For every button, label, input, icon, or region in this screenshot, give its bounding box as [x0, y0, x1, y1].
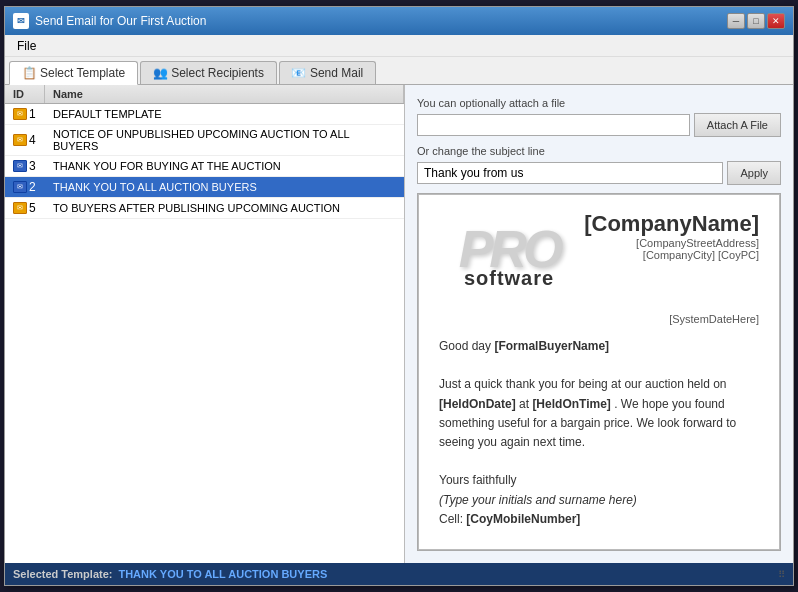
table-row[interactable]: ✉ 5 TO BUYERS AFTER PUBLISHING UPCOMING …	[5, 198, 404, 219]
logo-software-text: software	[464, 267, 554, 290]
column-header-name: Name	[45, 85, 404, 103]
tab-bar: 📋 Select Template 👥 Select Recipients 📧 …	[5, 57, 793, 85]
greeting-text: Good day	[439, 339, 491, 353]
row-id-2: ✉ 2	[5, 177, 45, 197]
subject-label: Or change the subject line	[417, 145, 781, 157]
table-row[interactable]: ✉ 4 NOTICE OF UNPUBLISHED UPCOMING AUCTI…	[5, 125, 404, 156]
closing2: (Type your initials and surname here)	[439, 491, 759, 510]
attach-section: You can optionally attach a file Attach …	[417, 97, 781, 137]
row-id-5: ✉ 5	[5, 198, 45, 218]
menu-bar: File	[5, 35, 793, 57]
subject-input-row: Apply	[417, 161, 781, 185]
subject-input[interactable]	[417, 162, 723, 184]
row-name-2: THANK YOU TO ALL AUCTION BUYERS	[45, 178, 404, 196]
preview-area: PRO software [CompanyName] [CompanyStree…	[418, 194, 780, 550]
main-window: ✉ Send Email for Our First Auction ─ □ ✕…	[4, 6, 794, 586]
right-panel: You can optionally attach a file Attach …	[405, 85, 793, 563]
row-name-3: THANK YOU FOR BUYING AT THE AUCTION	[45, 157, 404, 175]
status-label: Selected Template:	[13, 568, 112, 580]
row-icon-4: ✉	[13, 134, 27, 146]
preview-date: [SystemDateHere]	[439, 313, 759, 325]
close-button[interactable]: ✕	[767, 13, 785, 29]
held-time: [HeldOnTime]	[532, 397, 610, 411]
tab-select-template-label: Select Template	[40, 66, 125, 80]
row-icon-3: ✉	[13, 160, 27, 172]
cell-value: [CoyMobileNumber]	[466, 512, 580, 526]
table-body: ✉ 1 DEFAULT TEMPLATE ✉ 4 NOTICE OF UNPUB…	[5, 104, 404, 219]
company-info: [CompanyName] [CompanyStreetAddress] [Co…	[584, 211, 759, 261]
title-bar-left: ✉ Send Email for Our First Auction	[13, 13, 206, 29]
recipients-tab-icon: 👥	[153, 66, 167, 80]
closing1: Yours faithfully	[439, 471, 759, 490]
tab-select-recipients-label: Select Recipients	[171, 66, 264, 80]
tab-send-mail[interactable]: 📧 Send Mail	[279, 61, 376, 84]
preview-header: PRO software [CompanyName] [CompanyStree…	[439, 211, 759, 301]
attach-file-button[interactable]: Attach A File	[694, 113, 781, 137]
held-date: [HeldOnDate]	[439, 397, 516, 411]
tab-send-mail-label: Send Mail	[310, 66, 363, 80]
status-grip: ⠿	[778, 569, 785, 580]
table-row-selected[interactable]: ✉ 2 THANK YOU TO ALL AUCTION BUYERS	[5, 177, 404, 198]
status-bar: Selected Template: THANK YOU TO ALL AUCT…	[5, 563, 793, 585]
table-row[interactable]: ✉ 1 DEFAULT TEMPLATE	[5, 104, 404, 125]
subject-section: Or change the subject line Apply	[417, 145, 781, 185]
apply-button[interactable]: Apply	[727, 161, 781, 185]
company-name: [CompanyName]	[584, 211, 759, 237]
minimize-button[interactable]: ─	[727, 13, 745, 29]
window-icon: ✉	[13, 13, 29, 29]
row-id-4: ✉ 4	[5, 130, 45, 150]
main-content: ID Name ✉ 1 DEFAULT TEMPLATE ✉ 4	[5, 85, 793, 563]
column-header-id: ID	[5, 85, 45, 103]
row-id-1: ✉ 1	[5, 104, 45, 124]
cell-line: Cell: [CoyMobileNumber]	[439, 510, 759, 529]
company-logo: PRO software	[439, 211, 579, 301]
preview-paragraph: Just a quick thank you for being at our …	[439, 375, 759, 452]
row-icon-1: ✉	[13, 108, 27, 120]
status-value: THANK YOU TO ALL AUCTION BUYERS	[118, 568, 327, 580]
window-title: Send Email for Our First Auction	[35, 14, 206, 28]
file-menu[interactable]: File	[9, 37, 44, 55]
tab-select-recipients[interactable]: 👥 Select Recipients	[140, 61, 277, 84]
template-tab-icon: 📋	[22, 66, 36, 80]
row-id-3: ✉ 3	[5, 156, 45, 176]
sendmail-tab-icon: 📧	[292, 66, 306, 80]
row-name-4: NOTICE OF UNPUBLISHED UPCOMING AUCTION T…	[45, 125, 404, 155]
cell-label: Cell:	[439, 512, 463, 526]
attach-file-input[interactable]	[417, 114, 690, 136]
row-icon-2: ✉	[13, 181, 27, 193]
body2-text: at	[519, 397, 529, 411]
template-table: ID Name ✉ 1 DEFAULT TEMPLATE ✉ 4	[5, 85, 404, 563]
row-name-1: DEFAULT TEMPLATE	[45, 105, 404, 123]
maximize-button[interactable]: □	[747, 13, 765, 29]
left-panel: ID Name ✉ 1 DEFAULT TEMPLATE ✉ 4	[5, 85, 405, 563]
row-icon-5: ✉	[13, 202, 27, 214]
logo-text-wrapper: PRO software	[459, 223, 560, 290]
preview-greeting: Good day [FormalBuyerName]	[439, 337, 759, 356]
table-header: ID Name	[5, 85, 404, 104]
preview-body: Good day [FormalBuyerName] Just a quick …	[439, 337, 759, 529]
title-buttons: ─ □ ✕	[727, 13, 785, 29]
title-bar: ✉ Send Email for Our First Auction ─ □ ✕	[5, 7, 793, 35]
preview-wrapper: PRO software [CompanyName] [CompanyStree…	[417, 193, 781, 551]
company-city: [CompanyCity] [CoyPC]	[584, 249, 759, 261]
row-name-5: TO BUYERS AFTER PUBLISHING UPCOMING AUCT…	[45, 199, 404, 217]
company-street: [CompanyStreetAddress]	[584, 237, 759, 249]
buyer-name: [FormalBuyerName]	[494, 339, 609, 353]
attach-label: You can optionally attach a file	[417, 97, 781, 109]
body1-text: Just a quick thank you for being at our …	[439, 377, 727, 391]
attach-input-row: Attach A File	[417, 113, 781, 137]
table-row[interactable]: ✉ 3 THANK YOU FOR BUYING AT THE AUCTION	[5, 156, 404, 177]
tab-select-template[interactable]: 📋 Select Template	[9, 61, 138, 85]
